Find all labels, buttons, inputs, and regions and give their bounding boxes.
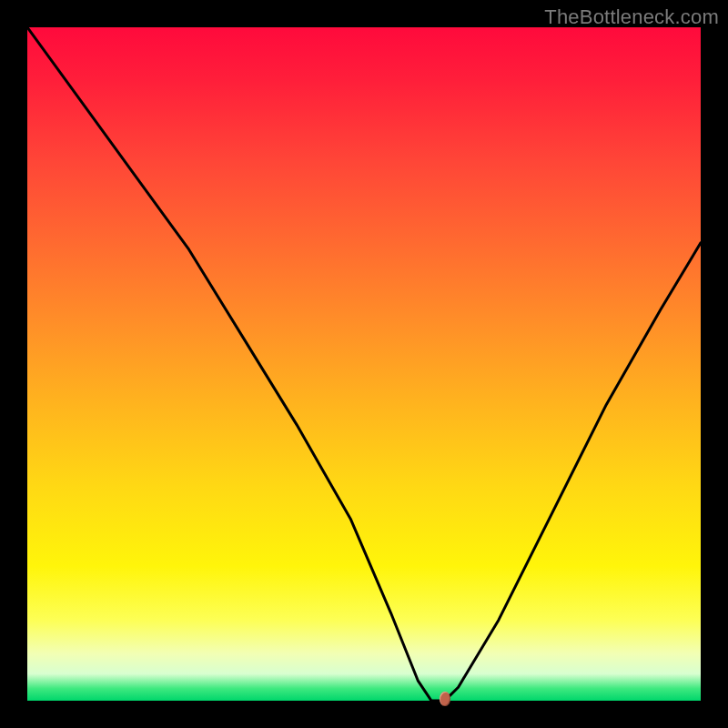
plot-area [27,27,701,701]
bottleneck-curve [27,27,701,701]
curve-path [27,27,701,701]
watermark-text: TheBottleneck.com [544,5,719,29]
bottleneck-marker [440,692,450,706]
